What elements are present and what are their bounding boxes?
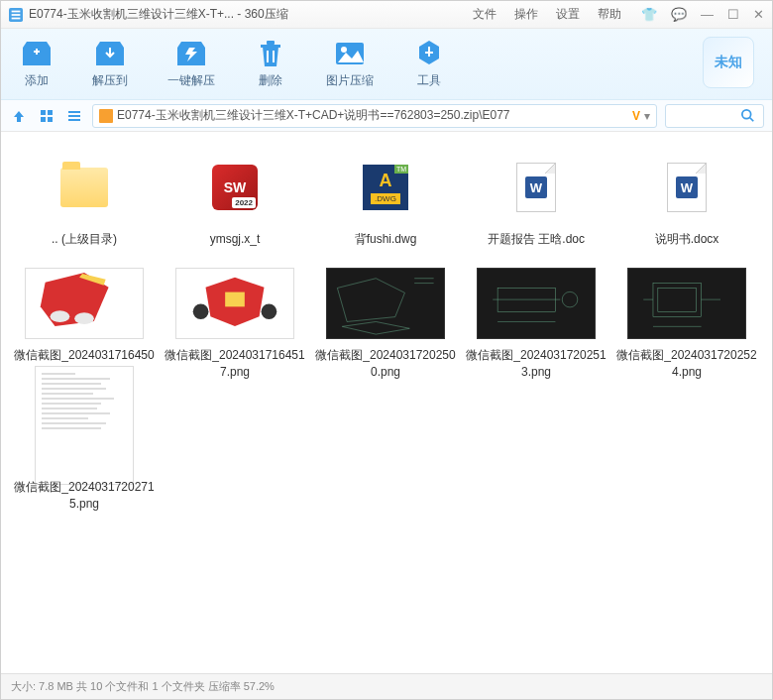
toolbar-tools[interactable]: 工具: [413, 39, 445, 89]
navbar: E0774-玉米收割机三维设计三维X-T+CAD+说明书==762803=250…: [1, 100, 772, 132]
file-name: 说明书.docx: [651, 231, 723, 248]
toolbar-delete[interactable]: 删除: [255, 39, 286, 89]
file-name: 背fushi.dwg: [351, 231, 421, 248]
image-icon: [334, 39, 366, 68]
search-icon: [741, 109, 755, 123]
file-item[interactable]: 微信截图_20240317202524.png: [611, 268, 762, 381]
svg-point-27: [262, 304, 277, 320]
svg-rect-8: [267, 51, 269, 62]
svg-rect-28: [225, 292, 245, 307]
menu-bar: 文件 操作 设置 帮助: [473, 6, 621, 23]
thumbnail: [477, 268, 596, 339]
file-name: 开题报告 王晗.doc: [484, 231, 589, 248]
nav-list-icon[interactable]: [64, 106, 84, 126]
file-item[interactable]: SW2022 ymsgj.x_t: [160, 152, 310, 248]
svg-rect-14: [41, 117, 46, 122]
svg-rect-31: [497, 288, 555, 311]
minimize-icon[interactable]: —: [701, 7, 714, 22]
path-dropdown-icon[interactable]: ▾: [644, 109, 650, 123]
toolbar-extract-label: 解压到: [92, 72, 128, 89]
path-text: E0774-玉米收割机三维设计三维X-T+CAD+说明书==762803=250…: [117, 107, 628, 124]
file-item-parent[interactable]: .. (上级目录): [9, 152, 160, 248]
file-name: 微信截图_20240317202524.png: [611, 347, 762, 381]
thumbnail: [25, 268, 144, 339]
toolbar-add[interactable]: 添加: [21, 39, 53, 89]
file-name: 微信截图_20240317202715.png: [9, 479, 160, 513]
toolbar-delete-label: 删除: [259, 72, 282, 89]
svg-rect-19: [99, 109, 113, 123]
search-box[interactable]: [665, 104, 764, 128]
file-item[interactable]: 微信截图_20240317202513.png: [461, 268, 611, 381]
file-item[interactable]: W 开题报告 王晗.doc: [461, 152, 611, 248]
svg-line-21: [750, 117, 754, 121]
toolbar-image-label: 图片压缩: [326, 72, 374, 89]
skin-icon[interactable]: 👕: [641, 7, 657, 22]
menu-help[interactable]: 帮助: [598, 6, 621, 23]
svg-rect-13: [48, 110, 53, 115]
dwg-icon: TMA.DWG: [363, 165, 408, 210]
file-item[interactable]: 微信截图_20240317164502.png: [9, 268, 160, 381]
file-name: 微信截图_20240317164517.png: [160, 347, 310, 381]
svg-rect-17: [68, 115, 80, 117]
quickextract-icon: [175, 39, 207, 68]
maximize-icon[interactable]: ☐: [727, 7, 739, 22]
menu-file[interactable]: 文件: [473, 6, 497, 23]
thumbnail: [627, 268, 746, 339]
svg-point-23: [51, 311, 70, 323]
svg-rect-3: [12, 17, 21, 19]
file-name: ymsgj.x_t: [206, 231, 265, 248]
menu-settings[interactable]: 设置: [556, 6, 580, 23]
word-icon: W: [667, 163, 707, 212]
status-text: 大小: 7.8 MB 共 10 个文件和 1 个文件夹 压缩率 57.2%: [11, 679, 275, 694]
toolbar-image[interactable]: 图片压缩: [326, 39, 374, 89]
file-item[interactable]: W 说明书.docx: [611, 152, 762, 248]
titlebar: E0774-玉米收割机三维设计三维X-T+... - 360压缩 文件 操作 设…: [1, 1, 772, 29]
thumbnail: [175, 268, 294, 339]
svg-rect-16: [68, 111, 80, 113]
file-name: 微信截图_20240317202500.png: [310, 347, 461, 381]
svg-rect-9: [273, 51, 275, 62]
svg-point-33: [562, 292, 578, 307]
toolbar-quickextract[interactable]: 一键解压: [167, 39, 215, 89]
file-item[interactable]: 微信截图_20240317202500.png: [310, 268, 461, 381]
file-item[interactable]: 微信截图_20240317202715.png: [9, 400, 160, 513]
statusbar: 大小: 7.8 MB 共 10 个文件和 1 个文件夹 压缩率 57.2%: [1, 673, 772, 699]
vip-badge: V: [632, 109, 640, 123]
word-icon: W: [516, 163, 556, 212]
path-input[interactable]: E0774-玉米收割机三维设计三维X-T+CAD+说明书==762803=250…: [92, 104, 657, 128]
solidworks-icon: SW2022: [212, 165, 258, 210]
feedback-icon[interactable]: 💬: [671, 7, 687, 22]
close-icon[interactable]: ✕: [753, 7, 764, 22]
svg-point-20: [742, 109, 751, 118]
thumbnail: [35, 366, 134, 485]
toolbar-add-label: 添加: [25, 72, 49, 89]
add-icon: [21, 39, 53, 68]
file-name: .. (上级目录): [48, 231, 121, 248]
window-title: E0774-玉米收割机三维设计三维X-T+... - 360压缩: [29, 6, 288, 23]
window-controls: 👕 💬 — ☐ ✕: [641, 7, 764, 22]
thumbnail: [326, 268, 445, 339]
svg-rect-5: [36, 49, 38, 55]
svg-point-26: [193, 304, 209, 320]
format-badge: 未知: [703, 37, 754, 88]
file-item[interactable]: 微信截图_20240317164517.png: [160, 268, 310, 381]
toolbar-quickextract-label: 一键解压: [167, 72, 215, 89]
file-list: .. (上级目录) SW2022 ymsgj.x_t TMA.DWG 背fush…: [1, 132, 772, 673]
folder-icon: [60, 168, 108, 207]
svg-point-11: [341, 47, 347, 53]
nav-up-icon[interactable]: [9, 106, 29, 126]
toolbar: 添加 解压到 一键解压 删除 图片压缩 工具 未知: [1, 29, 772, 100]
archive-icon: [99, 109, 113, 123]
svg-rect-6: [261, 45, 280, 48]
app-icon: [9, 8, 23, 22]
tools-icon: [413, 39, 445, 68]
svg-point-24: [74, 313, 94, 325]
toolbar-extract[interactable]: 解压到: [92, 39, 128, 89]
menu-operation[interactable]: 操作: [514, 6, 538, 23]
svg-rect-1: [12, 10, 21, 12]
file-item[interactable]: TMA.DWG 背fushi.dwg: [310, 152, 461, 248]
svg-rect-15: [48, 117, 53, 122]
svg-rect-18: [68, 119, 80, 121]
nav-view-icon[interactable]: [37, 106, 56, 126]
svg-rect-12: [41, 110, 46, 115]
